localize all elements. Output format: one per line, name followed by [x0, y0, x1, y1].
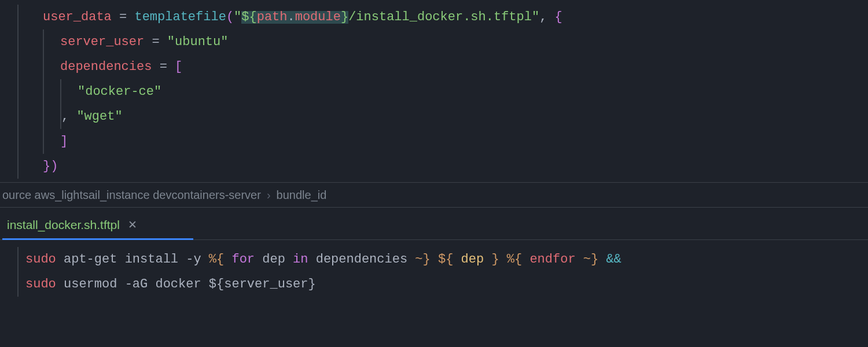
- loop-iter: dependencies: [308, 253, 415, 266]
- interp-path-b: module: [295, 10, 341, 24]
- tab-label: install_docker.sh.tftpl: [7, 219, 120, 231]
- editor-tab[interactable]: install_docker.sh.tftpl ✕: [2, 209, 149, 239]
- code-line[interactable]: ]: [17, 129, 868, 154]
- string-literal: "docker-ce": [78, 86, 161, 98]
- breadcrumb[interactable]: ource aws_lightsail_instance devcontaine…: [0, 182, 868, 208]
- comma: ,: [539, 11, 547, 24]
- space: [576, 253, 583, 266]
- string-literal: "wget": [76, 110, 122, 123]
- code-line[interactable]: server_user = "ubuntu": [17, 29, 868, 54]
- template-delim: ~}: [415, 253, 430, 266]
- function-call: templatefile: [134, 11, 226, 24]
- close-icon[interactable]: ✕: [128, 219, 137, 230]
- equals: =: [144, 36, 167, 49]
- interp-open: ${: [209, 278, 224, 291]
- code-line[interactable]: sudo apt-get install -y %{ for dep in de…: [0, 247, 868, 272]
- space: [224, 253, 231, 266]
- interp-dot: .: [288, 10, 295, 24]
- close-bracket: ]: [60, 135, 68, 148]
- space: [484, 253, 491, 266]
- property-name: user_data: [43, 11, 112, 24]
- interp-close: }: [341, 10, 348, 24]
- operator-and: &&: [606, 253, 621, 266]
- code-line[interactable]: user_data = templatefile ( " ${path.modu…: [17, 5, 868, 29]
- property-name: dependencies: [60, 61, 152, 73]
- string-rest: /install_docker.sh.tftpl: [348, 11, 532, 24]
- open-bracket: [: [175, 61, 182, 73]
- open-paren: (: [226, 11, 234, 24]
- open-brace: {: [547, 11, 562, 24]
- interp-close: }: [308, 278, 316, 291]
- keyword-sudo: sudo: [25, 278, 56, 291]
- code-line[interactable]: "docker-ce": [17, 79, 868, 104]
- string-literal: "ubuntu": [167, 36, 229, 49]
- template-delim: %{: [507, 253, 522, 266]
- code-line[interactable]: }): [17, 154, 868, 179]
- space: [499, 253, 507, 266]
- equals: =: [112, 11, 135, 24]
- breadcrumb-segment[interactable]: bundle_id: [277, 189, 327, 201]
- property-name: server_user: [60, 36, 144, 49]
- string-quote: ": [234, 11, 241, 24]
- variable-ref: server_user: [224, 278, 308, 291]
- keyword-endfor: endfor: [529, 253, 575, 266]
- space: [522, 253, 529, 266]
- command-text: usermod -aG docker: [56, 278, 209, 291]
- template-editor-pane[interactable]: sudo apt-get install -y %{ for dep in de…: [0, 240, 868, 297]
- chevron-right-icon: ›: [267, 189, 271, 201]
- keyword-for: for: [231, 253, 255, 266]
- space: [453, 253, 461, 266]
- comma: ,: [61, 110, 76, 123]
- interp-open: ${: [241, 10, 256, 24]
- indent-guide: [17, 247, 19, 297]
- editor-tab-bar: install_docker.sh.tftpl ✕: [0, 208, 868, 240]
- interp-highlight: ${path.module}: [241, 11, 348, 24]
- close-brace-paren: }): [43, 160, 58, 173]
- breadcrumb-segment[interactable]: ource aws_lightsail_instance devcontaine…: [2, 189, 261, 201]
- code-line[interactable]: sudo usermod -aG docker ${ server_user }: [0, 272, 868, 297]
- space: [598, 253, 606, 266]
- variable-ref: dep: [461, 253, 484, 266]
- code-line[interactable]: , "wget": [17, 104, 868, 129]
- terraform-editor-pane[interactable]: user_data = templatefile ( " ${path.modu…: [0, 0, 868, 182]
- keyword-in: in: [293, 253, 308, 266]
- interp-open: ${: [438, 253, 453, 266]
- interp-path-a: path: [257, 10, 288, 24]
- space: [431, 253, 438, 266]
- template-delim: %{: [209, 253, 224, 266]
- equals: =: [152, 61, 175, 73]
- string-quote: ": [532, 11, 539, 24]
- keyword-sudo: sudo: [25, 253, 56, 266]
- template-delim: ~}: [583, 253, 598, 266]
- code-line[interactable]: dependencies = [: [17, 54, 868, 79]
- indent-guide: [17, 5, 19, 179]
- loop-var-decl: dep: [255, 253, 293, 266]
- command-text: apt-get install -y: [56, 253, 209, 266]
- interp-close: }: [491, 253, 499, 266]
